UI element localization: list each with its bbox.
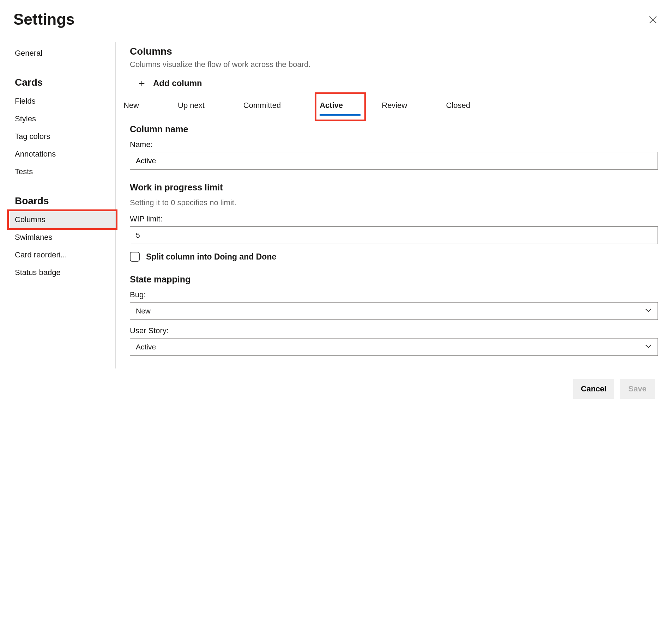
sidebar-item-card-reordering[interactable]: Card reorderi... [10, 246, 115, 264]
sidebar-item-tag-colors[interactable]: Tag colors [10, 128, 115, 145]
column-tabs: New Up next Committed Active Review Clos… [123, 97, 658, 114]
tab-up-next[interactable]: Up next [178, 97, 205, 114]
tab-closed[interactable]: Closed [446, 97, 470, 114]
sidebar-item-swimlanes[interactable]: Swimlanes [10, 228, 115, 246]
column-name-group: Column name Name: [130, 124, 658, 170]
wip-heading: Work in progress limit [130, 182, 658, 193]
sidebar-item-styles[interactable]: Styles [10, 110, 115, 128]
tab-active[interactable]: Active [320, 97, 343, 114]
sidebar-heading-cards: Cards [10, 73, 115, 92]
tab-review[interactable]: Review [382, 97, 407, 114]
column-name-heading: Column name [130, 124, 658, 134]
bug-select-value: New [136, 307, 151, 315]
dialog-footer: Cancel Save [10, 368, 662, 406]
dialog-body: General Cards Fields Styles Tag colors A… [10, 42, 662, 368]
plus-icon: ＋ [137, 78, 147, 88]
columns-heading: Columns [130, 46, 658, 57]
settings-sidebar: General Cards Fields Styles Tag colors A… [10, 42, 116, 368]
userstory-label: User Story: [130, 326, 658, 335]
userstory-select-value: Active [136, 343, 156, 351]
state-mapping-heading: State mapping [130, 274, 658, 285]
userstory-select[interactable]: Active [130, 338, 658, 356]
bug-label: Bug: [130, 290, 658, 299]
dialog-header: Settings [10, 7, 662, 28]
sidebar-item-columns[interactable]: Columns [10, 211, 115, 228]
name-label: Name: [130, 140, 658, 149]
split-column-label: Split column into Doing and Done [146, 252, 276, 262]
tab-committed[interactable]: Committed [243, 97, 281, 114]
wip-hint: Setting it to 0 specifies no limit. [130, 198, 658, 207]
name-input[interactable] [130, 152, 658, 170]
state-mapping-group: State mapping Bug: New User Story: Activ… [130, 274, 658, 356]
close-button[interactable] [647, 14, 659, 25]
chevron-down-icon [645, 343, 652, 352]
save-button[interactable]: Save [620, 379, 655, 399]
split-column-row: Split column into Doing and Done [130, 252, 658, 262]
sidebar-item-fields[interactable]: Fields [10, 92, 115, 110]
dialog-title: Settings [13, 11, 75, 28]
sidebar-heading-boards: Boards [10, 191, 115, 211]
add-column-button[interactable]: ＋ Add column [130, 76, 658, 90]
sidebar-item-annotations[interactable]: Annotations [10, 145, 115, 163]
add-column-label: Add column [153, 78, 202, 88]
sidebar-item-status-badge[interactable]: Status badge [10, 264, 115, 281]
wip-label: WIP limit: [130, 214, 658, 224]
columns-description: Columns visualize the flow of work acros… [130, 60, 658, 69]
tab-active-label: Active [320, 101, 343, 110]
chevron-down-icon [645, 307, 652, 316]
main-panel: Columns Columns visualize the flow of wo… [116, 42, 662, 368]
sidebar-item-general[interactable]: General [10, 44, 115, 62]
sidebar-item-tests[interactable]: Tests [10, 163, 115, 181]
bug-select[interactable]: New [130, 302, 658, 320]
settings-dialog: Settings General Cards Fields Styles Tag… [0, 0, 672, 406]
wip-group: Work in progress limit Setting it to 0 s… [130, 182, 658, 262]
split-column-checkbox[interactable] [130, 252, 140, 262]
wip-input[interactable] [130, 226, 658, 244]
cancel-button[interactable]: Cancel [573, 379, 614, 399]
close-icon [649, 16, 657, 24]
tab-new[interactable]: New [123, 97, 139, 114]
